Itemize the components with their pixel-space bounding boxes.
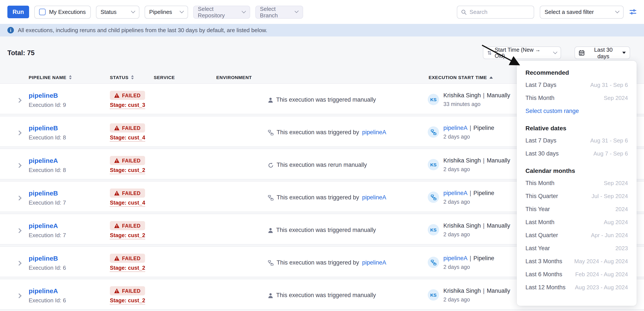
triggered-by: pipelineA|Pipeline: [443, 255, 494, 262]
toolbar: Run My Executions Status Pipelines Selec…: [0, 0, 644, 24]
run-button[interactable]: Run: [8, 6, 29, 18]
menu-item-last-month[interactable]: Last MonthAug 2024: [526, 216, 628, 228]
my-executions-toggle[interactable]: My Executions: [34, 6, 90, 18]
header-status[interactable]: STATUS: [110, 73, 134, 82]
pipeline-avatar-icon: [430, 260, 436, 265]
menu-section-title-relative-dates: Relative dates: [526, 122, 628, 134]
filter-settings-button[interactable]: [629, 9, 636, 15]
menu-item-range: May 2024 - Aug 2024: [574, 258, 628, 264]
expand-row-button[interactable]: [17, 194, 21, 202]
pipeline-name-link[interactable]: pipelineB: [29, 190, 58, 197]
execution-id: Execution Id: 8: [29, 134, 66, 141]
failed-stage-link[interactable]: Stage: cust_2: [110, 232, 145, 239]
failed-stage-link[interactable]: Stage: cust_2: [110, 265, 145, 272]
menu-item-last-6-months[interactable]: Last 6 MonthsFeb 2024 - Aug 2024: [526, 268, 628, 280]
triggered-by-name[interactable]: pipelineA: [443, 255, 468, 262]
select-repository-dropdown[interactable]: Select Repository: [193, 6, 250, 18]
menu-item-this-year[interactable]: This Year2024: [526, 202, 628, 216]
menu-item-last-year[interactable]: Last Year2023: [526, 242, 628, 254]
sliders-icon: [629, 9, 636, 15]
sort-label: Start Time (New → Old): [494, 47, 551, 59]
warning-icon: [114, 256, 120, 260]
pipeline-name-link[interactable]: pipelineA: [29, 157, 58, 164]
pipelines-filter-dropdown[interactable]: Pipelines: [144, 6, 188, 18]
execution-time: 2 days ago: [443, 199, 470, 206]
failed-stage-link[interactable]: Stage: cust_2: [110, 298, 145, 304]
select-branch-dropdown[interactable]: Select Branch: [255, 6, 303, 18]
person-icon: [268, 292, 273, 298]
menu-item-last-3-months[interactable]: Last 3 MonthsMay 2024 - Aug 2024: [526, 254, 628, 268]
info-banner-text: All executions, including reruns and chi…: [18, 27, 267, 34]
execution-id: Execution Id: 8: [29, 167, 66, 173]
chevron-right-icon: [17, 294, 22, 298]
menu-item-last-7-days[interactable]: Last 7 DaysAug 31 - Sep 6: [526, 78, 628, 91]
select-repository-label: Select Repository: [198, 6, 239, 18]
triggered-by-name: Krishika Singh: [443, 288, 481, 294]
expand-row-button[interactable]: [17, 96, 21, 104]
triggered-by-name[interactable]: pipelineA: [443, 125, 468, 131]
trigger-pipeline-link[interactable]: pipelineA: [362, 259, 386, 266]
header-pipeline-name[interactable]: PIPELINE NAME: [29, 73, 72, 82]
expand-row-button[interactable]: [17, 128, 21, 136]
date-range-button[interactable]: Last 30 days: [574, 46, 630, 59]
chevron-down-icon: [242, 9, 246, 13]
triggered-by-name[interactable]: pipelineA: [443, 190, 468, 196]
failed-stage-link[interactable]: Stage: cust_4: [110, 135, 145, 142]
pipeline-trigger-icon: [268, 130, 274, 135]
warning-icon: [114, 191, 120, 196]
failed-stage-link[interactable]: Stage: cust_2: [110, 167, 145, 174]
expand-row-button[interactable]: [17, 259, 21, 267]
menu-item-last-7-days[interactable]: Last 7 DaysAug 31 - Sep 6: [526, 134, 628, 147]
saved-filter-dropdown[interactable]: Select a saved filter: [540, 6, 624, 18]
menu-item-label: Last 30 days: [526, 150, 559, 156]
trigger-type-label: Pipeline: [473, 255, 494, 262]
menu-item-this-quarter[interactable]: This QuarterJul - Sep 2024: [526, 190, 628, 202]
trigger-text: This execution was triggered manually: [276, 96, 376, 104]
expand-row-button[interactable]: [17, 292, 21, 299]
expand-row-button[interactable]: [17, 226, 21, 234]
trigger-type-label: Pipeline: [473, 190, 494, 196]
sort-dropdown[interactable]: ⇅ Start Time (New → Old): [483, 46, 561, 59]
failed-stage-link[interactable]: Stage: cust_4: [110, 200, 145, 207]
menu-item-last-12-months[interactable]: Last 12 MonthsAug 2023 - Aug 2024: [526, 280, 628, 294]
chevron-right-icon: [17, 130, 22, 136]
triggered-by: Krishika Singh|Manually: [443, 222, 510, 229]
chevron-right-icon: [17, 261, 22, 266]
trigger-type-label: Manually: [487, 157, 510, 164]
menu-item-last-30-days[interactable]: Last 30 daysAug 7 - Sep 6: [526, 147, 628, 160]
status-badge: FAILED: [110, 91, 145, 100]
pipeline-name-link[interactable]: pipelineA: [29, 288, 58, 294]
menu-item-label: Last Quarter: [526, 232, 558, 238]
trigger-pipeline-link[interactable]: pipelineA: [362, 194, 386, 201]
pipeline-name-link[interactable]: pipelineA: [29, 222, 58, 229]
my-executions-checkbox[interactable]: [39, 9, 46, 15]
menu-item-this-month[interactable]: This MonthSep 2024: [526, 91, 628, 104]
search-input[interactable]: [470, 9, 530, 15]
menu-item-select-custom-range[interactable]: Select custom range: [526, 104, 628, 117]
failed-stage-link[interactable]: Stage: cust_3: [110, 102, 145, 109]
status-filter-dropdown[interactable]: Status: [96, 6, 139, 18]
menu-item-last-quarter[interactable]: Last QuarterApr - Jun 2024: [526, 228, 628, 242]
expand-row-button[interactable]: [17, 161, 21, 169]
saved-filter-label: Select a saved filter: [544, 9, 594, 15]
search-box: [457, 6, 534, 18]
menu-item-range: Aug 2024: [604, 219, 628, 225]
header-execution-start-time[interactable]: EXECUTION START TIME: [428, 73, 493, 82]
menu-item-this-month[interactable]: This MonthSep 2024: [526, 176, 628, 190]
status-label: FAILED: [122, 93, 140, 98]
menu-item-label: Last 7 Days: [526, 82, 556, 88]
execution-time: 2 days ago: [443, 232, 470, 238]
header-label: ENVIRONMENT: [216, 73, 252, 82]
executions-page: Run My Executions Status Pipelines Selec…: [0, 0, 644, 311]
byline-divider: |: [470, 255, 471, 262]
menu-section-title-calendar-months: Calendar months: [526, 165, 628, 176]
menu-item-range: Aug 2023 - Aug 2024: [575, 284, 628, 290]
pipeline-name-link[interactable]: pipelineB: [29, 125, 58, 132]
trigger-pipeline-link[interactable]: pipelineA: [362, 129, 386, 136]
pipeline-name-link[interactable]: pipelineB: [29, 92, 58, 99]
status-label: FAILED: [122, 158, 140, 163]
menu-item-range: Aug 31 - Sep 6: [590, 137, 628, 144]
trigger-text: This execution was triggered manually: [276, 292, 376, 299]
pipeline-name-link[interactable]: pipelineB: [29, 255, 58, 262]
execution-id: Execution Id: 9: [29, 102, 66, 108]
